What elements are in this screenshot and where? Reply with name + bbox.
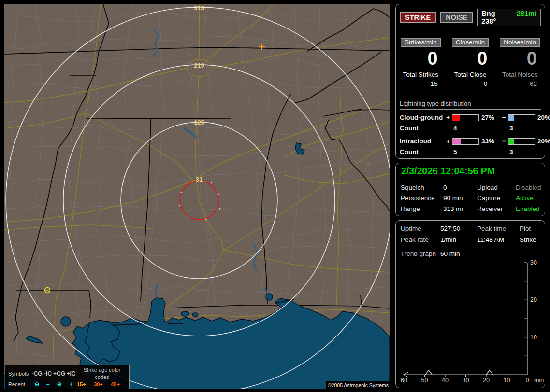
age-30: 30+ xyxy=(94,381,111,388)
upload-value: Disabled xyxy=(516,184,541,191)
legend-col-neg-cg: -CG xyxy=(31,370,43,378)
intracloud-label: Intracloud xyxy=(400,138,444,145)
y-tick-10: 10 xyxy=(530,334,537,341)
legend-row-old: Old xyxy=(8,388,31,389)
x-tick-50: 50 xyxy=(421,377,428,384)
persistence-value: 90 min xyxy=(443,195,477,202)
trend-peak-47min xyxy=(425,370,432,375)
strikes-per-min-value: 0 xyxy=(396,48,446,69)
age-75: 75+ xyxy=(94,388,111,389)
cg-negative-bar xyxy=(508,114,535,121)
ic-positive-pct: 33% xyxy=(479,138,500,145)
ic-positive-bar xyxy=(452,138,479,145)
trend-graph: 30 20 10 60 50 40 30 20 10 0 min xyxy=(396,221,546,388)
statistics-panel: STRIKE NOISE Bng 238° 281mi Strikes/min … xyxy=(395,4,545,159)
squelch-value: 0 xyxy=(443,184,477,191)
strikes-per-min-label: Strikes/min xyxy=(401,38,441,47)
y-tick-20: 20 xyxy=(530,296,537,303)
bearing-readout: Bng 238° 281mi xyxy=(477,9,541,26)
circle-minus-icon: ⊖ xyxy=(31,388,43,389)
plus-icon: + xyxy=(65,381,77,388)
ring-label-125: 125 xyxy=(194,119,204,126)
noises-per-min-label: Noises/min xyxy=(500,38,540,47)
ring-label-313: 313 xyxy=(194,4,204,12)
distribution-title: Lightning type distribution xyxy=(400,100,541,110)
bearing-value: Bng 238° xyxy=(481,10,511,25)
legend-age-header: Strike age color codes xyxy=(77,366,127,381)
minus-icon: − xyxy=(43,388,53,389)
status-panel: 2/3/2026 12:04:56 PM Squelch 0 Upload Di… xyxy=(395,163,545,216)
total-noises-value: 62 xyxy=(495,80,545,87)
trend-peak-18min xyxy=(486,370,493,375)
x-tick-0: 0 xyxy=(526,377,529,384)
age-15: 15+ xyxy=(77,381,94,388)
map-viewport[interactable]: 313 219 125 31 ©2005 Astrogenic Systems … xyxy=(4,4,390,389)
ic-negative-bar xyxy=(508,138,535,145)
total-strikes-label: Total Strikes xyxy=(396,71,446,78)
total-close-label: Total Close xyxy=(446,71,495,78)
datetime-display: 2/3/2026 12:04:56 PM xyxy=(396,163,544,179)
minus-sign: − xyxy=(500,138,508,145)
age-45: 45+ xyxy=(111,381,127,388)
map-canvas[interactable]: 313 219 125 31 xyxy=(4,4,390,389)
ring-label-219: 219 xyxy=(194,62,204,69)
cg-positive-count: 4 xyxy=(452,125,479,132)
x-axis-unit: min xyxy=(534,377,544,384)
circle-plus-icon: ⊕ xyxy=(53,388,65,389)
legend-row-recent: Recent xyxy=(8,381,31,388)
x-tick-40: 40 xyxy=(442,377,449,384)
age-90: 90+ xyxy=(111,388,127,389)
cloud-ground-label: Cloud-ground xyxy=(400,114,444,121)
receiver-value: Enabled xyxy=(516,205,541,212)
legend-col-pos-cg: +CG xyxy=(53,370,65,378)
x-tick-60: 60 xyxy=(401,377,407,384)
strike-mode-button[interactable]: STRIKE xyxy=(400,12,436,23)
app-window: 313 219 125 31 ©2005 Astrogenic Systems … xyxy=(0,0,550,392)
range-label: Range xyxy=(401,205,443,212)
ring-label-31: 31 xyxy=(196,176,203,183)
bearing-distance: 281mi xyxy=(517,10,536,25)
legend-symbols-header: Symbols xyxy=(8,370,31,378)
x-tick-20: 20 xyxy=(483,377,490,384)
legend-col-neg-ic: -IC xyxy=(43,370,53,378)
noises-per-min-value: 0 xyxy=(495,48,545,69)
range-value: 313 mi xyxy=(443,205,477,212)
cg-negative-pct: 20% xyxy=(535,114,550,121)
total-strikes-value: 15 xyxy=(396,80,446,87)
x-tick-10: 10 xyxy=(504,377,510,384)
close-per-min-label: Close/min xyxy=(452,38,489,47)
persistence-label: Persistence xyxy=(401,195,443,202)
plus-sign: + xyxy=(444,138,452,145)
circle-plus-icon: ⊕ xyxy=(53,381,65,388)
total-noises-label: Total Noises xyxy=(495,71,545,78)
trend-panel: Uptime 527:50 Peak time Plot Peak rate 1… xyxy=(395,220,545,388)
ic-negative-count: 3 xyxy=(508,148,535,155)
upload-label: Upload xyxy=(477,184,516,191)
noise-mode-button[interactable]: NOISE xyxy=(440,12,473,23)
cg-positive-bar xyxy=(452,114,479,121)
cg-negative-count: 3 xyxy=(508,125,535,132)
cg-count-label: Count xyxy=(400,125,444,132)
capture-value: Active xyxy=(516,195,541,202)
total-close-value: 0 xyxy=(446,80,495,87)
ic-negative-pct: 20% xyxy=(535,138,550,145)
cg-positive-pct: 27% xyxy=(479,114,500,121)
age-60: 60+ xyxy=(77,388,94,389)
ic-positive-count: 5 xyxy=(452,148,479,155)
receiver-label: Receiver xyxy=(477,205,516,212)
copyright-text: ©2005 Astrogenic Systems xyxy=(326,381,390,389)
minus-sign: − xyxy=(500,114,508,121)
circle-minus-icon: ⊖ xyxy=(31,381,43,388)
x-tick-30: 30 xyxy=(463,377,469,384)
minus-icon: − xyxy=(43,381,53,388)
capture-label: Capture xyxy=(477,195,516,202)
lightning-distribution: Lightning type distribution Cloud-ground… xyxy=(400,100,541,155)
legend-col-pos-ic: +IC xyxy=(65,370,77,378)
ic-count-label: Count xyxy=(400,148,444,155)
symbol-legend: Symbols -CG -IC +CG +IC Strike age color… xyxy=(5,365,130,389)
y-tick-30: 30 xyxy=(530,259,537,266)
plus-sign: + xyxy=(444,114,452,121)
squelch-label: Squelch xyxy=(401,184,443,191)
plus-icon: + xyxy=(65,388,77,389)
close-per-min-value: 0 xyxy=(446,48,495,69)
